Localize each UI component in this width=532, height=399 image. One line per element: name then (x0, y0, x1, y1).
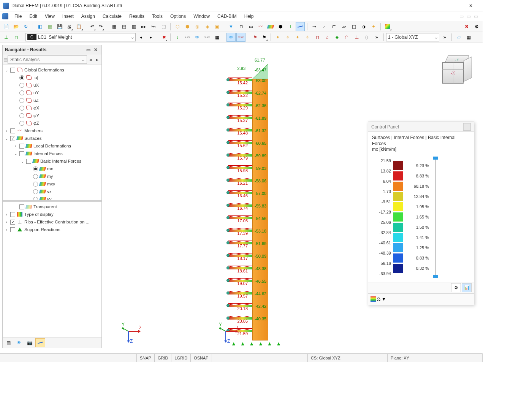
settings-icon[interactable]: ⚙ (472, 22, 481, 31)
view-section-icon[interactable]: ▭ (246, 22, 255, 31)
nav-tab-views-icon[interactable]: 📷 (25, 338, 35, 347)
nav-tab-display-icon[interactable]: 👁 (14, 338, 24, 347)
mdi-min-icon[interactable]: ▭ (459, 14, 464, 19)
menu-assign[interactable]: Assign (78, 12, 99, 21)
tree-basic-internal[interactable]: Basic Internal Forces (40, 159, 81, 163)
tree-uz[interactable]: uZ (33, 98, 38, 103)
panel-float-icon[interactable]: ▭ (85, 46, 92, 53)
tree-vy[interactable]: vy (47, 197, 52, 200)
status-snap[interactable]: SNAP (137, 354, 155, 362)
mdi-close-icon[interactable]: ▭ (474, 14, 478, 19)
maximize-button[interactable]: ☐ (445, 0, 462, 11)
panel-close-icon[interactable]: ✕ (92, 46, 99, 53)
flag2-icon[interactable]: ⚑ (260, 33, 268, 42)
tree2-support[interactable]: Support Reactions (24, 227, 60, 232)
tree-global-deformations[interactable]: Global Deformations (24, 68, 64, 72)
tree-local-def[interactable]: Local Deformations (33, 144, 71, 148)
tree-mx[interactable]: mx (47, 166, 53, 171)
wizard3-icon[interactable]: ✦ (293, 33, 302, 42)
tree-my[interactable]: my (47, 174, 53, 179)
select-all-icon[interactable]: ◎ (193, 22, 202, 31)
tool-line-icon[interactable]: ⟋ (320, 22, 329, 31)
flag1-icon[interactable]: ⚑ (250, 33, 260, 42)
delete-results-icon[interactable]: ✖ (462, 22, 471, 31)
tree-mxy[interactable]: mxy (47, 182, 55, 186)
workplane-icon[interactable]: ▱ (454, 33, 463, 42)
nav-prev-icon[interactable]: ◂ (87, 55, 94, 64)
loadcase-combo[interactable]: G LC1 Self Weight ⌵ (25, 33, 136, 41)
tree-members[interactable]: Members (24, 128, 43, 133)
menu-file[interactable]: File (11, 12, 25, 21)
tree-phix[interactable]: φX (33, 106, 39, 110)
script-console-icon[interactable]: >sc (149, 22, 158, 31)
tool-opening-icon[interactable]: ◫ (349, 22, 358, 31)
grid-edit-icon[interactable]: ▦ (464, 33, 473, 42)
select-rect-icon[interactable]: ⬢ (183, 22, 192, 31)
next-lc-icon[interactable]: ▸ (146, 33, 155, 42)
view-diagram-icon[interactable]: 〰 (256, 22, 265, 31)
overflow2-icon[interactable]: » (440, 33, 449, 42)
reload-icon[interactable]: ↻ (21, 22, 30, 31)
undo-icon[interactable]: ↶ (89, 22, 96, 31)
results-table-icon[interactable]: ▥ (129, 22, 138, 31)
view-sections-icon[interactable] (296, 22, 305, 31)
overflow-icon[interactable]: » (372, 33, 381, 42)
menu-edit[interactable]: Edit (25, 12, 41, 21)
menu-insert[interactable]: Insert (59, 12, 78, 21)
status-grid[interactable]: GRID (155, 354, 172, 362)
tree-ux[interactable]: uX (33, 83, 39, 87)
copy-icon[interactable]: 📋 (74, 22, 84, 31)
menu-view[interactable]: View (41, 12, 59, 21)
tree2-ribs[interactable]: Ribs - Effective Contribution on ... (24, 220, 89, 224)
analysis-type-combo[interactable]: Static Analysis ⌵ (8, 55, 87, 64)
truss-icon[interactable]: ⌂ (323, 33, 332, 42)
panel-tab-filter-icon[interactable]: ▼ (382, 296, 386, 302)
model-manager-icon[interactable]: ▦ (45, 22, 54, 31)
crane-icon[interactable]: ⊥ (352, 33, 361, 42)
tree-u[interactable]: |u| (33, 75, 38, 80)
filter-icon[interactable]: ▼ (226, 22, 236, 31)
view-cube[interactable]: -Y -X (440, 53, 474, 87)
menu-calculate[interactable]: Calculate (99, 12, 125, 21)
prev-lc-icon[interactable]: ◂ (136, 33, 146, 42)
app-menu-icon[interactable] (2, 13, 8, 19)
menu-cadbim[interactable]: CAD-BIM (214, 12, 241, 21)
tool-node-icon[interactable]: ⊸ (310, 22, 319, 31)
3d-viewport[interactable]: -Y -X 61.77 -63.47 -2.93 15.42-63.0015.2… (103, 45, 481, 351)
tree-internal-forces[interactable]: Internal Forces (33, 151, 63, 156)
print-icon[interactable]: 🖨 (65, 22, 73, 31)
view-contour-icon[interactable] (266, 22, 275, 31)
tool-surface-icon[interactable]: ▱ (339, 22, 348, 31)
show-results-icon[interactable]: 👁 (193, 33, 202, 42)
new-file-icon[interactable]: 📄 (2, 22, 11, 31)
tool-solid-icon[interactable]: ⬗ (359, 22, 368, 31)
support-tool-icon[interactable]: ⊥ (2, 33, 11, 42)
save-icon[interactable]: 💾 (55, 22, 64, 31)
show-loads-icon[interactable]: ↓ (173, 33, 182, 42)
table-icon[interactable]: ▤ (119, 22, 128, 31)
nav-tab-data-icon[interactable]: ▤ (3, 338, 13, 347)
nav-next-icon[interactable]: ▸ (94, 55, 101, 64)
colors-icon[interactable] (383, 22, 392, 31)
wizard4-icon[interactable]: ✧ (303, 33, 312, 42)
wizard2-icon[interactable]: ✧ (283, 33, 292, 42)
menu-results[interactable]: Results (125, 12, 148, 21)
minimize-button[interactable]: ─ (427, 0, 445, 11)
show-result-values-icon[interactable]: x.xx (203, 33, 212, 42)
tower-icon[interactable]: ⛫ (342, 33, 352, 42)
show-deform-icon[interactable]: 👁 (226, 33, 236, 42)
frame-icon[interactable]: ⊓ (313, 33, 322, 42)
wizard1-icon[interactable]: ✦ (273, 33, 282, 42)
hinge-tool-icon[interactable]: ⊓ (11, 33, 21, 42)
menu-help[interactable]: Help (241, 12, 258, 21)
tree2-transparent[interactable]: Transparent (33, 204, 57, 209)
tool-member-icon[interactable]: ⊏ (329, 22, 339, 31)
tree-phiz[interactable]: φZ (33, 121, 39, 125)
results-tree[interactable]: ⌄Global Deformations |u| uX uY uZ φX φY … (3, 65, 101, 200)
tree-surfaces[interactable]: Surfaces (24, 136, 41, 141)
legend-range-slider[interactable] (433, 156, 438, 279)
show-mesh-icon[interactable]: ▦ (212, 33, 222, 42)
close-button[interactable]: ✕ (462, 0, 480, 11)
panel-settings-icon[interactable]: ⚙ (451, 283, 461, 292)
script-icon[interactable]: ▸▸ (139, 22, 148, 31)
